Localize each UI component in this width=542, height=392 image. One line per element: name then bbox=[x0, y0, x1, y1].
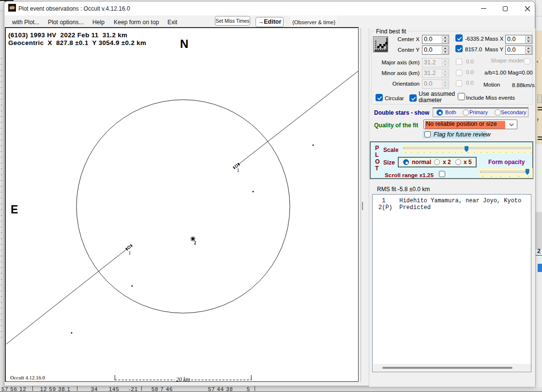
close-button[interactable] bbox=[516, 1, 538, 15]
horizontal-scrollbar[interactable] bbox=[373, 364, 531, 371]
include-miss-checkbox[interactable] bbox=[458, 93, 465, 100]
mass-x-spinner[interactable]: 0.0 bbox=[505, 35, 532, 44]
splitter-handle[interactable] bbox=[362, 202, 363, 210]
occultation-plot: (6103) 1993 HV 2022 Feb 11 31.2 kmGeocen… bbox=[6, 28, 358, 381]
size-radio-x5[interactable] bbox=[455, 159, 461, 165]
orientation-spinner: 0.0 bbox=[422, 79, 449, 89]
form-opacity-slider-thumb[interactable] bbox=[526, 169, 529, 175]
quality-selected-value: No reliable position or size bbox=[426, 121, 497, 127]
mass-y-spinner[interactable]: 0.0 bbox=[505, 45, 532, 55]
opacity-slider-track[interactable] bbox=[480, 171, 526, 173]
background-left-mark bbox=[1, 186, 2, 187]
background-left-mark bbox=[1, 174, 2, 175]
menu-item-plot-options---[interactable]: Plot options... bbox=[48, 15, 84, 29]
set-miss-times-button[interactable]: Set Miss Times bbox=[215, 16, 250, 26]
scale-slider-thumb[interactable] bbox=[465, 146, 468, 152]
mass-y-spinner-down[interactable] bbox=[525, 50, 531, 54]
svg-text:Geocentric X 827.8 ±0.1 Y 3: Geocentric X 827.8 ±0.1 Y 3054.9 ±0.2 km bbox=[8, 39, 146, 46]
y-fit-checkbox[interactable] bbox=[455, 45, 463, 52]
background-left-mark bbox=[1, 221, 2, 222]
editor-button[interactable]: →Editor bbox=[256, 17, 284, 27]
minor-axis-spinner-up bbox=[442, 70, 448, 73]
scale-slider-tick bbox=[499, 152, 500, 153]
opacity-slider-tick bbox=[528, 176, 528, 177]
menu-item-exit[interactable]: Exit bbox=[167, 15, 177, 29]
menu-item-keep-form-on-top[interactable]: Keep form on top bbox=[114, 15, 159, 29]
opacity-slider-tick bbox=[482, 176, 483, 177]
orientation-spinner-up bbox=[442, 80, 448, 84]
background-left-mark bbox=[1, 226, 2, 227]
scale-slider-tick bbox=[474, 152, 475, 153]
mass-y-spinner-up[interactable] bbox=[525, 46, 531, 50]
mass-x-spinner-up[interactable] bbox=[525, 36, 531, 39]
background-left-mark bbox=[1, 116, 2, 117]
minor-axis-spinner-down bbox=[442, 74, 448, 77]
menu-item-with-plot---[interactable]: with Plot... bbox=[12, 15, 39, 29]
size-radio-normal[interactable] bbox=[403, 159, 409, 165]
background-left-mark bbox=[1, 99, 2, 100]
observer-time-label: {Observer & time} bbox=[291, 15, 337, 29]
x-fit-checkbox[interactable] bbox=[455, 34, 463, 42]
background-left-mark bbox=[1, 93, 2, 94]
minor-err-checkbox bbox=[456, 70, 462, 76]
center-y-spinner-down[interactable] bbox=[442, 50, 448, 54]
y-fit-value: 8157.0 bbox=[465, 46, 482, 53]
major-err-value: 0.0 bbox=[466, 59, 474, 65]
maximize-button[interactable] bbox=[494, 1, 516, 15]
minimize-button[interactable] bbox=[473, 1, 495, 15]
scrollbar-thumb[interactable] bbox=[382, 367, 512, 369]
svg-text:2: 2 bbox=[194, 241, 196, 245]
double-stars-radio-secondary[interactable] bbox=[495, 109, 501, 116]
orientation-err-checkbox bbox=[456, 80, 462, 87]
menu-item-help[interactable]: Help bbox=[92, 15, 105, 29]
background-left-mark bbox=[1, 314, 2, 315]
size-label: Size bbox=[383, 160, 395, 166]
double-stars-option-label: Both bbox=[445, 109, 456, 116]
background-left-mark bbox=[1, 261, 2, 262]
size-radio-group: normalx 2x 5 bbox=[398, 157, 477, 167]
center-y-spinner[interactable]: 0.0 bbox=[422, 45, 449, 55]
double-stars-radio-primary[interactable] bbox=[463, 109, 469, 116]
double-stars-label: Double stars - show bbox=[374, 110, 429, 116]
scale-slider-tick bbox=[518, 152, 519, 153]
svg-text:1: 1 bbox=[129, 250, 131, 256]
center-x-label: Center X bbox=[371, 36, 420, 43]
size-radio-x2[interactable] bbox=[434, 159, 440, 165]
background-left-mark bbox=[1, 163, 2, 164]
shape-model-label: Shape model bbox=[491, 58, 524, 64]
circular-checkbox[interactable] bbox=[376, 94, 383, 101]
form-opacity-slider[interactable] bbox=[479, 168, 533, 178]
maximize-icon bbox=[503, 6, 508, 11]
center-x-spinner-down[interactable] bbox=[442, 40, 448, 43]
background-left-mark bbox=[1, 110, 2, 111]
background-right-strip: r 2 bbox=[535, 0, 542, 392]
observation-row[interactable]: 1 Hidehito Yamamura, near Joyo, Kyoto bbox=[378, 197, 521, 204]
scale-slider[interactable] bbox=[403, 145, 532, 154]
mass-x-label: Mass X bbox=[485, 36, 503, 42]
background-left-mark bbox=[1, 87, 2, 88]
center-x-spinner-up[interactable] bbox=[442, 36, 448, 39]
background-left-mark bbox=[1, 209, 2, 210]
center-x-spinner[interactable]: 0.0 bbox=[422, 35, 449, 44]
minimize-icon bbox=[481, 8, 486, 9]
minor-axis-spinner: 31.2 bbox=[422, 69, 449, 78]
use-assumed-label-2: diameter bbox=[419, 97, 442, 104]
background-left-mark bbox=[1, 122, 2, 123]
scale-slider-tick bbox=[468, 152, 468, 153]
quality-dropdown[interactable]: No reliable position or size bbox=[423, 120, 517, 129]
plot-outer-edge bbox=[361, 28, 361, 382]
title-bar[interactable]: Plot event observations : Occult v.4.12.… bbox=[4, 1, 535, 15]
scale-slider-tick bbox=[411, 152, 412, 153]
plot-canvas[interactable]: (6103) 1993 HV 2022 Feb 11 31.2 kmGeocen… bbox=[5, 27, 359, 382]
observation-row[interactable]: 2(P) Predicted bbox=[378, 204, 431, 211]
flag-review-checkbox[interactable] bbox=[424, 131, 431, 137]
plot-vertical-letter: L bbox=[375, 152, 379, 158]
observations-list[interactable]: 1 Hidehito Yamamura, near Joyo, Kyoto 2(… bbox=[372, 194, 531, 372]
mass-x-spinner-down[interactable] bbox=[525, 40, 531, 43]
flag-review-label: Flag for future review bbox=[434, 132, 490, 138]
center-y-spinner-up[interactable] bbox=[442, 46, 448, 50]
motion-label: Motion bbox=[483, 82, 500, 88]
use-assumed-checkbox[interactable] bbox=[409, 94, 417, 102]
scroll-range-checkbox[interactable] bbox=[439, 171, 445, 177]
double-stars-radio-both[interactable] bbox=[437, 109, 443, 116]
